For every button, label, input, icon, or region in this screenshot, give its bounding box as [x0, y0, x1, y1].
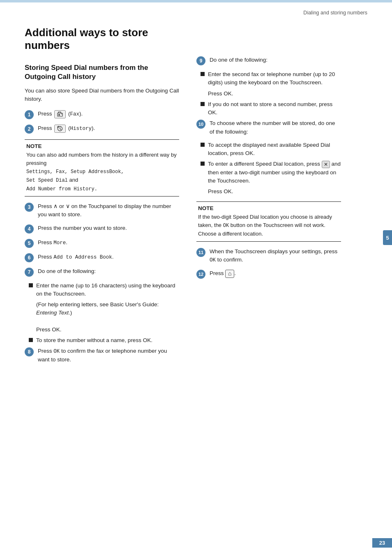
step-12: 12 Press ⌂.	[196, 269, 341, 279]
ok-10-1: OK	[245, 150, 254, 156]
step-7-bullet-1-text: Enter the name (up to 16 characters) usi…	[36, 282, 179, 298]
history-icon	[54, 125, 66, 133]
step-7-sub-1: (For help entering letters, see Basic Us…	[36, 301, 179, 334]
step-circle-2: 2	[25, 125, 34, 134]
step-4-text: Press the number you want to store.	[38, 224, 127, 232]
left-column: Additional ways to store numbers Storing…	[0, 19, 189, 385]
step-9-bullet-2: If you do not want to store a second num…	[201, 100, 341, 117]
step-4: 4 Press the number you want to store.	[25, 224, 179, 234]
step-circle-5: 5	[25, 239, 34, 248]
step-6-text: Press Add to Address Book.	[38, 253, 114, 261]
bullet-square-10-1	[201, 143, 205, 147]
home-icon: ⌂	[225, 270, 234, 278]
step-7: 7 Do one of the following:	[25, 267, 179, 277]
step-9-bullets: Enter the second fax or telephone number…	[201, 70, 341, 117]
step-7-bullet-2: To store the number without a name, pres…	[29, 336, 179, 345]
note-1-label: NOTE	[26, 143, 178, 149]
step-7-bullet-1: Enter the name (up to 16 characters) usi…	[29, 282, 179, 298]
step-9-bullet-1-text: Enter the second fax or telephone number…	[208, 70, 341, 87]
step-3-text: Press ∧ or ∨ on the Touchpanel to displa…	[38, 202, 179, 219]
step-10-bullet-2-text: To enter a different Speed Dial location…	[208, 160, 341, 185]
step-circle-6: 6	[25, 253, 34, 262]
bullet-square-9-2	[201, 102, 205, 106]
bullet-square-9-1	[201, 72, 205, 76]
step-7-bullet-2-text: To store the number without a name, pres…	[36, 336, 152, 345]
step-circle-4: 4	[25, 224, 34, 234]
note-2-ok: OK	[223, 223, 229, 229]
step-8-ok: OK	[53, 349, 60, 354]
step-9-text: Do one of the following:	[210, 56, 267, 64]
step-circle-7: 7	[25, 268, 34, 277]
main-title: Additional ways to store numbers	[25, 26, 179, 52]
page-header: Dialing and storing numbers	[0, 2, 392, 19]
note-1-mono: Settings, Fax, Setup AddressBook,Set Spe…	[26, 169, 124, 183]
step-10-bullets: To accept the displayed next available S…	[201, 141, 341, 196]
step-10-bullet-2: To enter a different Speed Dial location…	[201, 160, 341, 185]
step-3: 3 Press ∧ or ∨ on the Touchpanel to disp…	[25, 202, 179, 219]
step-9-sub-1: Press OK.	[208, 90, 341, 98]
step-2-label: History	[70, 126, 92, 132]
step-5: 5 Press More.	[25, 238, 179, 248]
step-1-label: Fax	[70, 111, 80, 117]
header-text: Dialing and storing numbers	[303, 10, 367, 16]
side-tab: 5	[383, 230, 392, 245]
step-7-bullets: Enter the name (up to 16 characters) usi…	[29, 282, 179, 345]
note-2-box: NOTE If the two-digit Speed Dial locatio…	[196, 201, 341, 242]
bullet-square-1	[29, 283, 33, 287]
ok-10-2: OK	[224, 188, 232, 194]
svg-rect-1	[58, 112, 61, 113]
step-1: 1 Press (Fax).	[25, 110, 179, 119]
ok-11: OK	[210, 257, 216, 263]
page-number: 23	[372, 538, 392, 548]
step-circle-12: 12	[196, 270, 205, 279]
step-9-bullet-1: Enter the second fax or telephone number…	[201, 70, 341, 87]
step-circle-10: 10	[196, 120, 205, 129]
step-6-mono: Add to Address Book	[53, 254, 112, 260]
section-title: Storing Speed Dial numbers from the Outg…	[25, 63, 179, 81]
step-1-text: Press (Fax).	[38, 110, 83, 118]
right-column: 9 Do one of the following: Enter the sec…	[189, 19, 366, 385]
content-area: Additional ways to store numbers Storing…	[0, 19, 392, 385]
svg-point-3	[61, 113, 62, 114]
step-8: 8 Press OK to confirm the fax or telepho…	[25, 347, 179, 364]
step-6: 6 Press Add to Address Book.	[25, 253, 179, 262]
ok-9-2: OK	[208, 109, 216, 116]
note-2-label: NOTE	[198, 205, 339, 211]
note-1-box: NOTE You can also add numbers from the h…	[25, 139, 179, 197]
ok-9-1: OK	[224, 90, 232, 97]
step-8-text: Press OK to confirm the fax or telephone…	[38, 347, 179, 364]
ok-1: OK	[52, 326, 60, 333]
step-circle-3: 3	[25, 203, 34, 212]
step-11-text: When the Touchscreen displays your setti…	[210, 247, 341, 264]
bullet-square-10-2	[201, 162, 205, 166]
step-10-bullet-1: To accept the displayed next available S…	[201, 141, 341, 158]
step-7-text: Do one of the following:	[38, 267, 96, 275]
ok-2: OK	[143, 337, 151, 343]
step-circle-11: 11	[196, 248, 205, 257]
bullet-square-2	[29, 338, 33, 342]
step-12-text: Press ⌂.	[210, 269, 236, 278]
step-circle-8: 8	[25, 347, 34, 356]
step-2: 2 Press (History).	[25, 124, 179, 134]
step-10: 10 To choose where the number will be st…	[196, 119, 341, 136]
step-9: 9 Do one of the following:	[196, 56, 341, 65]
svg-rect-2	[58, 114, 60, 116]
step-5-text: Press More.	[38, 238, 67, 247]
step-10-bullet-1-text: To accept the displayed next available S…	[208, 141, 341, 158]
fax-icon	[54, 110, 66, 118]
step-2-text: Press (History).	[38, 124, 95, 133]
step-circle-1: 1	[25, 110, 34, 119]
step-10-sub-2: Press OK.	[208, 187, 341, 196]
intro-text: You can also store Speed Dial numbers fr…	[25, 87, 179, 104]
step-11: 11 When the Touchscreen displays your se…	[196, 247, 341, 264]
note-1-mono2: Add Number from History.	[26, 186, 97, 192]
step-10-text: To choose where the number will be store…	[210, 119, 341, 136]
step-5-mono: More	[53, 240, 66, 246]
x-button-icon: ✕	[322, 161, 330, 168]
note-2-text: If the two-digit Speed Dial location you…	[198, 213, 339, 238]
step-9-bullet-2-text: If you do not want to store a second num…	[208, 100, 341, 117]
note-1-text: You can also add numbers from the histor…	[26, 151, 178, 193]
step-circle-9: 9	[196, 56, 205, 65]
